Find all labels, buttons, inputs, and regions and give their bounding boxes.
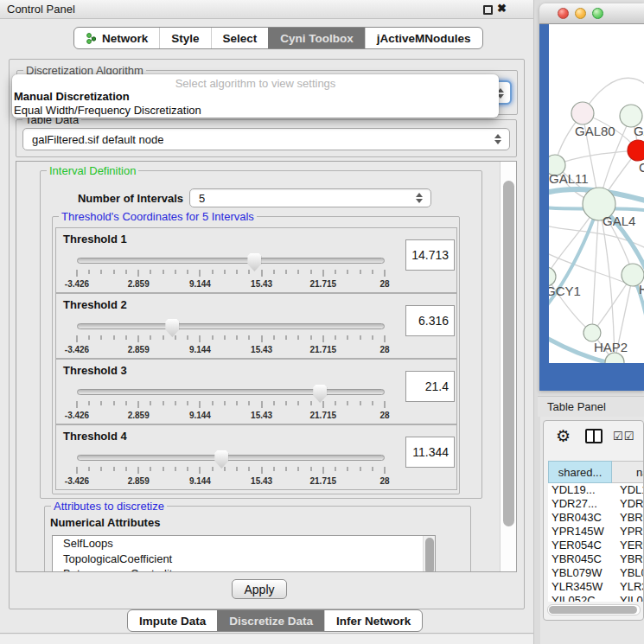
numerical-attributes-list[interactable]: SelfLoopsTopologicalCoefficientBetweenne… — [52, 535, 436, 572]
tab-jactivemnodules[interactable]: jActiveMNodules — [365, 28, 482, 48]
tab-style[interactable]: Style — [159, 28, 210, 48]
table-panel-titlebar: Table Panel — [538, 396, 644, 417]
cell-name[interactable]: YLR34 — [612, 580, 644, 594]
cell-name[interactable]: YDR27 — [612, 497, 644, 511]
table-row[interactable]: YDR27...YDR27 — [548, 497, 644, 511]
slider-tick — [322, 467, 323, 474]
apply-button[interactable]: Apply — [232, 579, 287, 599]
slider-tick — [372, 467, 373, 471]
cell-shared-name[interactable]: YLR345W — [548, 580, 612, 594]
network-canvas[interactable]: GAL80GACGAL11GAL4GCY1HHAP2 — [549, 24, 644, 363]
threshold-value-field[interactable]: 21.4 — [405, 371, 455, 402]
slider-tick — [273, 467, 274, 471]
slider-tick — [298, 335, 299, 340]
minimize-traffic-light[interactable] — [575, 8, 586, 19]
cell-shared-name[interactable]: YPR145W — [548, 525, 612, 539]
cell-shared-name[interactable]: YBR043C — [548, 511, 612, 525]
table-horizontal-scrollbar[interactable] — [547, 604, 641, 615]
slider-thumb[interactable] — [247, 253, 261, 271]
tab-label: Style — [171, 32, 199, 45]
table-data-combobox[interactable]: galFiltered.sif default node — [22, 128, 510, 150]
close-traffic-light[interactable] — [558, 8, 569, 19]
slider-tick — [125, 335, 126, 340]
attribute-item[interactable]: BetweennessCentrality — [53, 566, 435, 572]
column-header-name[interactable]: na — [612, 461, 644, 483]
network-node-c[interactable] — [628, 140, 644, 161]
table-row[interactable]: YIL052CYIL05 — [548, 594, 644, 602]
slider-track[interactable] — [77, 389, 385, 395]
slider-tick — [310, 335, 311, 340]
cell-shared-name[interactable]: YBL079W — [548, 566, 612, 580]
slider-tick — [188, 270, 188, 274]
attribute-item[interactable]: TopologicalCoefficient — [53, 552, 435, 567]
tab-select[interactable]: Select — [211, 28, 269, 48]
network-node-hap2[interactable] — [583, 324, 601, 341]
panel-scrollbar[interactable] — [500, 162, 516, 571]
cell-shared-name[interactable]: YIL052C — [548, 594, 612, 602]
slider-tick — [101, 335, 102, 340]
cell-name[interactable]: YBR04 — [612, 511, 644, 525]
attribute-item[interactable]: SelfLoops — [53, 536, 435, 552]
slider-tick — [150, 335, 151, 340]
split-columns-icon[interactable] — [585, 429, 603, 443]
column-header-shared-name[interactable]: shared... — [548, 461, 612, 483]
zoom-traffic-light[interactable] — [592, 8, 603, 19]
slider-tick-label: 2.859 — [128, 345, 150, 354]
close-icon[interactable]: ✖ — [497, 2, 507, 15]
slider-track[interactable] — [77, 323, 385, 329]
slider-tick — [138, 467, 139, 474]
dropdown-item-1[interactable]: Manual Discretization — [14, 90, 130, 104]
list-scrollbar-thumb[interactable] — [425, 538, 434, 572]
network-window-titlebar[interactable] — [539, 3, 644, 24]
slider-track[interactable] — [77, 258, 385, 264]
tab-impute-data[interactable]: Impute Data — [128, 610, 217, 631]
slider-thumb[interactable] — [313, 385, 327, 403]
tab-network[interactable]: Network — [74, 28, 159, 48]
gear-icon[interactable]: ⚙ — [556, 428, 571, 444]
table-header-row: shared... na — [548, 461, 644, 483]
tab-infer-network[interactable]: Infer Network — [324, 610, 422, 631]
cell-name[interactable]: YDL19 — [612, 483, 644, 497]
slider-tick-label: 28 — [379, 411, 389, 420]
table-row[interactable]: YBR043CYBR04 — [548, 511, 644, 525]
table-row[interactable]: YLR345WYLR34 — [548, 580, 644, 594]
control-panel: Control Panel ✖ NetworkStyleSelectCyni T… — [0, 0, 533, 634]
number-of-intervals-combobox[interactable]: 5 — [189, 188, 431, 207]
dropdown-item-2[interactable]: Equal Width/Frequency Discretization — [14, 104, 201, 118]
slider-tick — [175, 335, 175, 340]
float-window-icon[interactable] — [483, 5, 493, 15]
cell-shared-name[interactable]: YDL19... — [548, 483, 612, 497]
slider-tick — [150, 401, 151, 405]
slider-thumb[interactable] — [165, 319, 179, 337]
table-row[interactable]: YBL079WYBL07 — [548, 566, 644, 580]
tab-cyni-toolbox[interactable]: Cyni Toolbox — [268, 28, 365, 48]
table-row[interactable]: YPR145WYPR14 — [548, 525, 644, 539]
table-row[interactable]: YDL19...YDL19 — [548, 483, 644, 497]
cell-shared-name[interactable]: YDR27... — [548, 497, 612, 511]
threshold-1-box: Threshold 1-3.4262.8599.14415.4321.71528… — [55, 227, 457, 293]
cell-name[interactable]: YBR04 — [612, 552, 644, 566]
checkbox-icons[interactable]: ☑☑ — [613, 430, 634, 443]
cell-name[interactable]: YPR14 — [612, 525, 644, 539]
list-scrollbar[interactable] — [423, 536, 435, 572]
cell-name[interactable]: YIL05 — [612, 594, 644, 602]
network-node-gal80[interactable] — [571, 102, 594, 124]
threshold-value-field[interactable]: 14.713 — [405, 239, 455, 271]
slider-thumb[interactable] — [214, 450, 228, 469]
slider-track[interactable] — [77, 455, 385, 461]
table-scrollbar-thumb[interactable] — [549, 606, 637, 614]
table-row[interactable]: YER054CYER05 — [548, 539, 644, 552]
slider-tick — [310, 401, 311, 405]
slider-tick-label: -3.426 — [65, 476, 89, 486]
cell-shared-name[interactable]: YBR045C — [548, 552, 612, 566]
cell-name[interactable]: YER05 — [612, 539, 644, 552]
cell-shared-name[interactable]: YER054C — [548, 539, 612, 552]
threshold-value-field[interactable]: 11.344 — [405, 437, 455, 468]
threshold-value-field[interactable]: 6.316 — [405, 305, 455, 336]
table-row[interactable]: YBR045CYBR04 — [548, 552, 644, 566]
cell-name[interactable]: YBL07 — [612, 566, 644, 580]
slider-tick — [125, 270, 126, 274]
slider-tick — [385, 335, 386, 342]
panel-scrollbar-thumb[interactable] — [503, 181, 514, 526]
tab-discretize-data[interactable]: Discretize Data — [217, 610, 324, 631]
